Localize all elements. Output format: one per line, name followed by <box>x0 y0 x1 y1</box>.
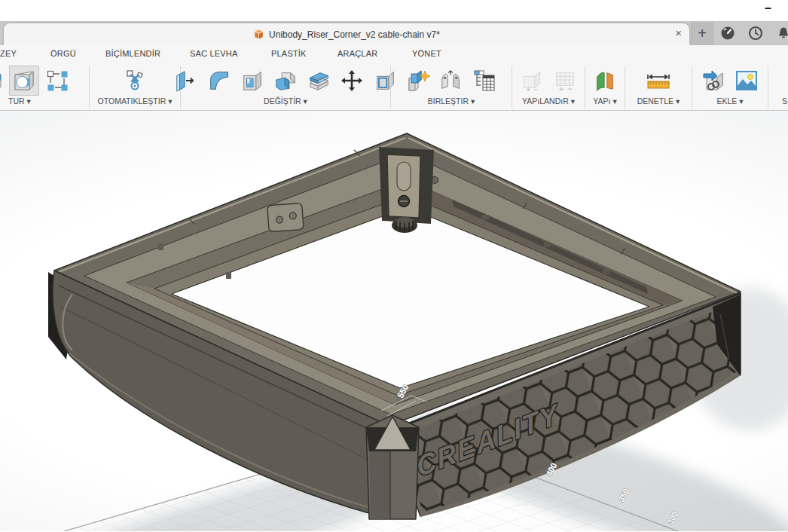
document-tab-strip: Unibody_Riser_Corner_v2 cable-chain v7* … <box>0 21 788 45</box>
group-label-modify[interactable]: DEĞİŞTİR ▾ <box>264 96 307 105</box>
toolbar-group-inspect: DENETLE ▾ <box>625 64 692 111</box>
group-label-select[interactable]: S <box>782 96 787 105</box>
move-icon[interactable] <box>337 66 367 96</box>
active-document-tab[interactable]: Unibody_Riser_Corner_v2 cable-chain v7* … <box>4 23 689 45</box>
ribbon: ZEY ÖRGÜ BİÇİMLENDİR SAC LEVHA PLASTİK A… <box>0 45 788 111</box>
toolbar-group-assemble: BIRLEŞTIR ▾ <box>391 64 512 111</box>
corner-post <box>366 415 419 519</box>
env-tab-surface[interactable]: ZEY <box>0 49 17 58</box>
split-body-icon[interactable] <box>304 66 334 96</box>
ribbon-environment-tabs: ZEY ÖRGÜ BİÇİMLENDİR SAC LEVHA PLASTİK A… <box>0 45 788 64</box>
notifications-bell-icon[interactable] <box>776 26 788 41</box>
group-label-insert[interactable]: EKLE ▾ <box>716 96 743 105</box>
mounting-plate <box>267 203 304 232</box>
group-label-assemble[interactable]: BIRLEŞTIR ▾ <box>428 96 475 105</box>
appearance-icon[interactable] <box>590 66 620 96</box>
toolbar-group-select: S <box>768 64 788 111</box>
env-tab-mesh[interactable]: ÖRGÜ <box>50 49 76 58</box>
new-tab-button[interactable]: + <box>691 22 713 45</box>
tab-close-button[interactable]: × <box>675 26 682 39</box>
env-tab-plastic[interactable]: PLASTİK <box>271 49 307 58</box>
toolbar-group-automate: OTOMATIKLEŞTIR ▾ <box>90 64 180 111</box>
ribbon-toolbar: TUR ▾ OTOMATIKLEŞTIR ▾ <box>0 64 788 111</box>
env-tab-sheetmetal[interactable]: SAC LEVHA <box>190 49 238 58</box>
new-component-icon[interactable] <box>403 66 433 96</box>
configuration-table-icon[interactable] <box>550 66 580 96</box>
toolbar-group-insert: EKLE ▾ <box>692 64 768 111</box>
group-label-configure[interactable]: YAPıLANDıR ▾ <box>522 96 575 105</box>
bom-table-icon[interactable] <box>469 66 499 96</box>
group-label-inspect[interactable]: DENETLE ▾ <box>637 96 680 105</box>
insert-image-icon[interactable] <box>731 66 762 96</box>
toolbar-group-modify: DEĞİŞTİR ▾ <box>181 64 390 111</box>
joint-icon[interactable] <box>436 66 466 96</box>
toolbar-group-structure: YAPı ▾ <box>585 64 625 111</box>
performance-gauge-icon[interactable] <box>720 26 735 41</box>
measure-icon[interactable] <box>643 66 673 96</box>
env-tab-manage[interactable]: YÖNET <box>412 49 441 58</box>
selection-set-icon[interactable] <box>42 66 72 96</box>
3d-viewport[interactable]: CREALITY 550 400 350 300 <box>0 111 788 531</box>
viewport-canvas: CREALITY 550 400 350 300 <box>0 111 788 531</box>
group-label-create[interactable]: TUR ▾ <box>8 96 31 105</box>
shell-icon[interactable] <box>237 66 267 96</box>
job-status-clock-icon[interactable] <box>748 26 763 41</box>
window-titlebar: – <box>0 0 788 21</box>
configuration-cube-icon[interactable] <box>517 66 547 96</box>
loft-icon[interactable] <box>0 66 6 96</box>
document-cube-icon <box>253 29 264 40</box>
insert-derive-icon[interactable] <box>698 66 728 96</box>
press-pull-icon[interactable] <box>171 66 201 96</box>
toolbar-group-configure: YAPıLANDıR ▾ <box>512 64 585 111</box>
automate-icon[interactable] <box>120 66 150 96</box>
minimize-button[interactable]: – <box>765 2 771 15</box>
cable-chain-bracket <box>379 147 434 233</box>
document-title: Unibody_Riser_Corner_v2 cable-chain v7* <box>269 29 440 40</box>
tabstrip-utility-icons <box>717 21 788 45</box>
toolbar-group-create: TUR ▾ <box>0 64 89 111</box>
env-tab-form[interactable]: BİÇİMLENDİR <box>105 49 160 58</box>
env-tab-tools[interactable]: ARAÇLAR <box>337 49 377 58</box>
group-label-automate[interactable]: OTOMATIKLEŞTIR ▾ <box>98 96 173 105</box>
sphere-primitive-icon[interactable] <box>9 66 39 96</box>
combine-icon[interactable] <box>270 66 301 96</box>
fillet-icon[interactable] <box>204 66 234 96</box>
group-label-structure[interactable]: YAPı ▾ <box>593 96 616 105</box>
